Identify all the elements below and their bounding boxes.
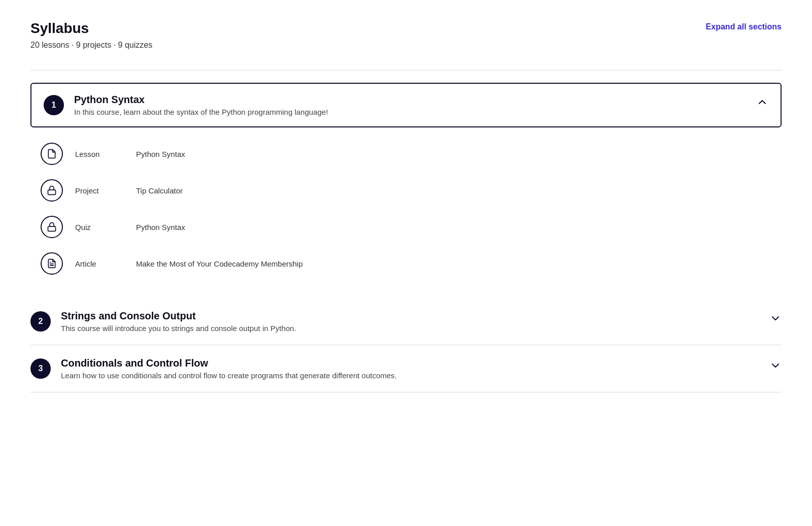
- lock-icon: [41, 216, 63, 238]
- section-2-desc: This course will introduce you to string…: [61, 324, 759, 333]
- section-1-info: Python Syntax In this course, learn abou…: [74, 94, 746, 116]
- section-3-name: Conditionals and Control Flow: [61, 357, 759, 369]
- section-3: 3 Conditionals and Control Flow Learn ho…: [30, 345, 782, 392]
- section-1-desc: In this course, learn about the syntax o…: [74, 108, 746, 116]
- list-item[interactable]: Project Tip Calculator: [30, 172, 782, 209]
- list-item[interactable]: Article Make the Most of Your Codecademy…: [30, 245, 782, 282]
- section-2-name: Strings and Console Output: [61, 310, 759, 322]
- expand-all-button[interactable]: Expand all sections: [706, 22, 782, 31]
- item-name-article-codecademy: Make the Most of Your Codecademy Members…: [136, 259, 303, 268]
- section-3-toggle-icon: [769, 359, 782, 375]
- item-type-project: Project: [75, 186, 136, 195]
- item-type-article: Article: [75, 259, 136, 268]
- section-1-name: Python Syntax: [74, 94, 746, 106]
- syllabus-title: Syllabus: [30, 20, 152, 37]
- section-1-items: Lesson Python Syntax Project Tip Calcula…: [30, 127, 782, 298]
- section-3-info: Conditionals and Control Flow Learn how …: [61, 357, 759, 380]
- item-name-python-syntax: Python Syntax: [136, 150, 185, 158]
- syllabus-meta: 20 lessons · 9 projects · 9 quizzes: [30, 41, 152, 50]
- svg-rect-0: [48, 190, 56, 194]
- article-icon: [41, 252, 63, 275]
- syllabus-header: Syllabus 20 lessons · 9 projects · 9 qui…: [30, 20, 782, 71]
- list-item[interactable]: Quiz Python Syntax: [30, 209, 782, 245]
- lock-icon: [41, 179, 63, 202]
- section-1-number: 1: [44, 95, 64, 115]
- item-type-quiz: Quiz: [75, 223, 136, 232]
- lesson-icon: [41, 143, 63, 165]
- svg-rect-1: [48, 226, 56, 231]
- section-3-desc: Learn how to use conditionals and contro…: [61, 371, 759, 380]
- section-3-number: 3: [30, 358, 51, 379]
- section-3-header[interactable]: 3 Conditionals and Control Flow Learn ho…: [30, 345, 782, 392]
- section-2-toggle-icon: [769, 312, 782, 327]
- section-1-header[interactable]: 1 Python Syntax In this course, learn ab…: [30, 83, 782, 127]
- section-1-toggle-icon: [756, 96, 768, 111]
- item-name-tip-calculator: Tip Calculator: [136, 186, 183, 195]
- section-2: 2 Strings and Console Output This course…: [30, 298, 782, 345]
- list-item[interactable]: Lesson Python Syntax: [30, 136, 782, 172]
- section-2-header[interactable]: 2 Strings and Console Output This course…: [30, 298, 782, 345]
- item-type-lesson: Lesson: [75, 150, 136, 158]
- item-name-quiz-python-syntax: Python Syntax: [136, 223, 185, 232]
- section-2-info: Strings and Console Output This course w…: [61, 310, 759, 333]
- syllabus-title-block: Syllabus 20 lessons · 9 projects · 9 qui…: [30, 20, 152, 60]
- section-2-number: 2: [30, 311, 51, 332]
